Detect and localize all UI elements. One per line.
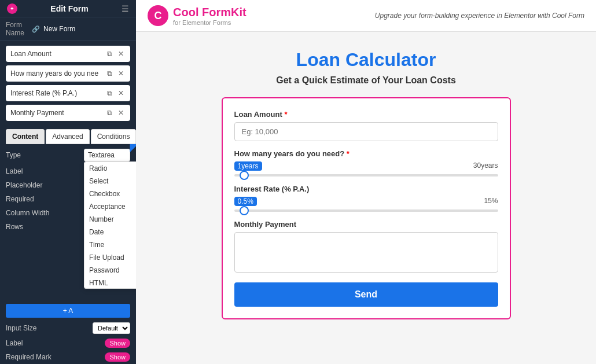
label-show-toggle[interactable]: Show	[105, 339, 130, 348]
field-item-actions: ⧉ ✕	[105, 69, 126, 78]
required-mark-toggle[interactable]: Show	[105, 352, 130, 362]
field-copy-btn[interactable]: ⧉	[105, 69, 114, 78]
dropdown-item-checkbox[interactable]: Checkbox	[84, 187, 136, 200]
settings-tabs: Content Advanced Conditions	[0, 126, 136, 144]
interest-label: Interest Rate (% P.A.)	[234, 185, 498, 193]
tab-content[interactable]: Content	[6, 129, 45, 144]
brand-sub: for Elementor Forms	[173, 19, 247, 26]
dropdown-item-date[interactable]: Date	[84, 226, 136, 238]
type-dropdown-btn[interactable]: Textarea	[84, 149, 130, 161]
input-size-label: Input Size	[6, 324, 36, 332]
field-item-name: Monthly Payment	[10, 109, 105, 117]
type-label: Type	[6, 151, 21, 159]
required-mark-row: Required Mark Show	[0, 350, 136, 364]
field-item-name: Interest Rate (% P.A.)	[10, 89, 105, 97]
label-label: Label	[6, 167, 23, 175]
column-width-label: Column Width	[6, 209, 49, 217]
dropdown-item-html[interactable]: HTML	[84, 277, 136, 289]
field-delete-btn[interactable]: ✕	[116, 69, 126, 78]
dropdown-item-time[interactable]: Time	[84, 238, 136, 251]
hamburger-icon[interactable]: ☰	[122, 4, 129, 13]
label-row: Label Show	[0, 336, 136, 350]
form-title: Loan Calculator	[296, 49, 436, 71]
monthly-label: Monthly Payment	[234, 220, 498, 229]
field-item-actions: ⧉ ✕	[105, 89, 126, 98]
form-name-label: Form Name	[6, 21, 28, 37]
interest-slider-thumb[interactable]	[240, 206, 249, 215]
field-copy-btn[interactable]: ⧉	[105, 49, 114, 58]
form-name-input[interactable]	[43, 25, 130, 33]
rows-label: Rows	[6, 223, 23, 231]
panel-title: Edit Form	[50, 4, 88, 13]
field-item-actions: ⧉ ✕	[105, 108, 126, 117]
years-slider-track[interactable]	[234, 174, 498, 177]
brand-name: Cool FormKit	[173, 6, 247, 19]
field-item-name: Loan Amount	[10, 50, 105, 58]
label-show-label: Label	[6, 339, 23, 347]
dropdown-item-number[interactable]: Number	[84, 213, 136, 226]
required-star-years: *	[347, 149, 349, 158]
arrow-cursor-indicator	[127, 144, 136, 159]
field-settings: Type Textarea Radio Select Checkbox Acce…	[0, 144, 136, 302]
field-delete-btn[interactable]: ✕	[116, 108, 126, 117]
brand-text: Cool FormKit for Elementor Forms	[173, 6, 247, 26]
type-dropdown-list[interactable]: Radio Select Checkbox Acceptance Number …	[84, 161, 136, 289]
dropdown-item-acceptance[interactable]: Acceptance	[84, 200, 136, 213]
tab-conditions[interactable]: Conditions	[91, 129, 136, 144]
field-item-years[interactable]: How many years do you nee ⧉ ✕	[6, 65, 130, 82]
years-max-label: 30years	[473, 161, 498, 171]
input-size-row: Input Size Default Small Large	[0, 320, 136, 336]
years-min-badge: 1years	[234, 161, 262, 171]
form-subtitle: Get a Quick Estimate of Your Loan Costs	[276, 75, 456, 86]
interest-slider-labels: 0.5% 15%	[234, 197, 498, 206]
dropdown-item-select[interactable]: Select	[84, 175, 136, 187]
panel-header: ✦ Edit Form ☰	[0, 0, 136, 17]
required-label: Required	[6, 195, 34, 203]
years-label: How many years do you need? *	[234, 149, 498, 158]
input-size-select[interactable]: Default Small Large	[93, 322, 130, 334]
interest-max-label: 15%	[484, 197, 498, 206]
promo-text: Upgrade your form-building experience in…	[375, 12, 584, 20]
tab-advanced[interactable]: Advanced	[46, 129, 89, 144]
top-bar: C Cool FormKit for Elementor Forms Upgra…	[136, 0, 596, 32]
add-field-btn[interactable]: + A	[6, 304, 130, 318]
form-name-link-icon: 🔗	[32, 25, 40, 33]
logo-icon: ✦	[7, 3, 17, 14]
field-item-actions: ⧉ ✕	[105, 49, 126, 58]
type-dropdown-wrapper: Textarea Radio Select Checkbox Acceptanc…	[84, 149, 130, 161]
form-card: Loan Amount * How many years do you need…	[222, 97, 511, 319]
required-mark-label: Required Mark	[6, 353, 51, 361]
right-panel: C Cool FormKit for Elementor Forms Upgra…	[136, 0, 596, 364]
field-item-monthly[interactable]: Monthly Payment ⧉ ✕	[6, 105, 130, 121]
brand-logo: C Cool FormKit for Elementor Forms	[148, 5, 247, 26]
dropdown-item-file-upload[interactable]: File Upload	[84, 251, 136, 264]
field-delete-btn[interactable]: ✕	[116, 89, 126, 98]
loan-amount-input[interactable]	[234, 122, 498, 141]
field-item-name: How many years do you nee	[10, 69, 105, 78]
dropdown-item-radio[interactable]: Radio	[84, 162, 136, 175]
svg-marker-0	[130, 144, 136, 155]
placeholder-label: Placeholder	[6, 181, 42, 189]
form-name-row: Form Name 🔗	[0, 17, 136, 41]
field-item-loan-amount[interactable]: Loan Amount ⧉ ✕	[6, 46, 130, 62]
years-slider-thumb[interactable]	[240, 171, 249, 180]
left-panel: ✦ Edit Form ☰ Form Name 🔗 Loan Amount ⧉ …	[0, 0, 136, 364]
field-copy-btn[interactable]: ⧉	[105, 89, 114, 98]
type-setting-row: Type Textarea Radio Select Checkbox Acce…	[6, 149, 130, 161]
dropdown-item-password[interactable]: Password	[84, 264, 136, 277]
required-star-loan: *	[284, 110, 287, 119]
years-slider-section: How many years do you need? * 1years 30y…	[234, 149, 498, 177]
field-copy-btn[interactable]: ⧉	[105, 108, 114, 117]
interest-min-badge: 0.5%	[234, 197, 257, 206]
field-delete-btn[interactable]: ✕	[116, 49, 126, 58]
field-item-interest[interactable]: Interest Rate (% P.A.) ⧉ ✕	[6, 85, 130, 101]
brand-icon: C	[148, 5, 168, 26]
form-area: Loan Calculator Get a Quick Estimate of …	[136, 32, 596, 337]
loan-amount-label: Loan Amount *	[234, 110, 498, 119]
send-button[interactable]: Send	[234, 282, 498, 307]
fields-list: Loan Amount ⧉ ✕ How many years do you ne…	[0, 41, 136, 126]
years-slider-labels: 1years 30years	[234, 161, 498, 171]
interest-slider-section: Interest Rate (% P.A.) 0.5% 15%	[234, 185, 498, 212]
monthly-payment-textarea[interactable]	[234, 232, 498, 273]
interest-slider-track[interactable]	[234, 209, 498, 212]
